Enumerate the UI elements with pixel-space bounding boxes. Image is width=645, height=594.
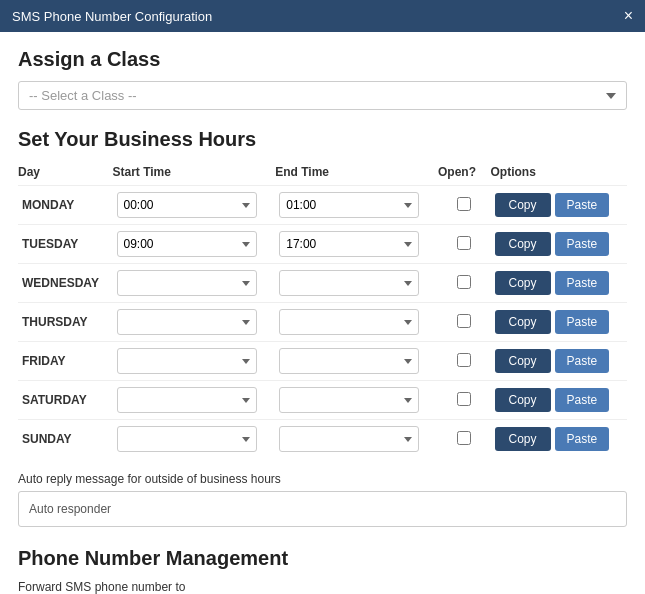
copy-button[interactable]: Copy [495, 310, 551, 334]
start-time-select[interactable]: 00:0001:0002:0003:0004:0005:0006:0007:00… [117, 387, 257, 413]
start-time-cell: 00:0001:0002:0003:0004:0005:0006:0007:00… [113, 225, 276, 264]
dialog-title: SMS Phone Number Configuration [12, 9, 212, 24]
copy-button[interactable]: Copy [495, 388, 551, 412]
open-checkbox[interactable] [457, 236, 471, 250]
day-cell: SATURDAY [18, 381, 113, 420]
end-time-cell: 00:0001:0002:0003:0004:0005:0006:0007:00… [275, 225, 438, 264]
start-time-select[interactable]: 00:0001:0002:0003:0004:0005:0006:0007:00… [117, 348, 257, 374]
end-time-select[interactable]: 00:0001:0002:0003:0004:0005:0006:0007:00… [279, 270, 419, 296]
end-time-select[interactable]: 00:0001:0002:0003:0004:0005:0006:0007:00… [279, 192, 419, 218]
start-time-cell: 00:0001:0002:0003:0004:0005:0006:0007:00… [113, 381, 276, 420]
assign-class-heading: Assign a Class [18, 48, 627, 71]
start-time-select[interactable]: 00:0001:0002:0003:0004:0005:0006:0007:00… [117, 192, 257, 218]
options-cell: CopyPaste [491, 303, 628, 342]
assign-class-section: Assign a Class -- Select a Class -- [18, 48, 627, 110]
open-check-cell [438, 342, 491, 381]
copy-paste-group: CopyPaste [495, 271, 624, 295]
auto-reply-section: Auto reply message for outside of busine… [18, 472, 627, 527]
table-row: MONDAY00:0001:0002:0003:0004:0005:0006:0… [18, 186, 627, 225]
copy-button[interactable]: Copy [495, 232, 551, 256]
open-checkbox[interactable] [457, 197, 471, 211]
end-time-cell: 00:0001:0002:0003:0004:0005:0006:0007:00… [275, 186, 438, 225]
end-time-cell: 00:0001:0002:0003:0004:0005:0006:0007:00… [275, 342, 438, 381]
start-time-cell: 00:0001:0002:0003:0004:0005:0006:0007:00… [113, 264, 276, 303]
open-checkbox[interactable] [457, 431, 471, 445]
options-cell: CopyPaste [491, 342, 628, 381]
end-time-cell: 00:0001:0002:0003:0004:0005:0006:0007:00… [275, 420, 438, 459]
table-row: TUESDAY00:0001:0002:0003:0004:0005:0006:… [18, 225, 627, 264]
end-time-select[interactable]: 00:0001:0002:0003:0004:0005:0006:0007:00… [279, 387, 419, 413]
open-checkbox[interactable] [457, 314, 471, 328]
phone-mgmt-heading: Phone Number Management [18, 547, 627, 570]
options-cell: CopyPaste [491, 186, 628, 225]
options-cell: CopyPaste [491, 264, 628, 303]
title-bar: SMS Phone Number Configuration × [0, 0, 645, 32]
open-check-cell [438, 420, 491, 459]
copy-paste-group: CopyPaste [495, 310, 624, 334]
open-checkbox[interactable] [457, 353, 471, 367]
business-hours-table: Day Start Time End Time Open? Options MO… [18, 161, 627, 458]
copy-button[interactable]: Copy [495, 349, 551, 373]
day-cell: MONDAY [18, 186, 113, 225]
paste-button[interactable]: Paste [555, 388, 610, 412]
start-time-select[interactable]: 00:0001:0002:0003:0004:0005:0006:0007:00… [117, 426, 257, 452]
start-time-select[interactable]: 00:0001:0002:0003:0004:0005:0006:0007:00… [117, 309, 257, 335]
start-time-cell: 00:0001:0002:0003:0004:0005:0006:0007:00… [113, 186, 276, 225]
options-cell: CopyPaste [491, 420, 628, 459]
copy-paste-group: CopyPaste [495, 232, 624, 256]
col-day: Day [18, 161, 113, 186]
copy-paste-group: CopyPaste [495, 427, 624, 451]
copy-paste-group: CopyPaste [495, 349, 624, 373]
col-options: Options [491, 161, 628, 186]
end-time-select[interactable]: 00:0001:0002:0003:0004:0005:0006:0007:00… [279, 348, 419, 374]
copy-button[interactable]: Copy [495, 193, 551, 217]
day-cell: FRIDAY [18, 342, 113, 381]
open-check-cell [438, 186, 491, 225]
copy-paste-group: CopyPaste [495, 193, 624, 217]
start-time-select[interactable]: 00:0001:0002:0003:0004:0005:0006:0007:00… [117, 270, 257, 296]
copy-button[interactable]: Copy [495, 271, 551, 295]
start-time-cell: 00:0001:0002:0003:0004:0005:0006:0007:00… [113, 420, 276, 459]
end-time-cell: 00:0001:0002:0003:0004:0005:0006:0007:00… [275, 381, 438, 420]
paste-button[interactable]: Paste [555, 271, 610, 295]
open-checkbox[interactable] [457, 275, 471, 289]
paste-button[interactable]: Paste [555, 232, 610, 256]
end-time-cell: 00:0001:0002:0003:0004:0005:0006:0007:00… [275, 264, 438, 303]
open-check-cell [438, 264, 491, 303]
forward-label: Forward SMS phone number to [18, 580, 627, 594]
end-time-select[interactable]: 00:0001:0002:0003:0004:0005:0006:0007:00… [279, 426, 419, 452]
day-cell: SUNDAY [18, 420, 113, 459]
col-start-time: Start Time [113, 161, 276, 186]
paste-button[interactable]: Paste [555, 349, 610, 373]
phone-mgmt-section: Phone Number Management Forward SMS phon… [18, 547, 627, 594]
day-cell: THURSDAY [18, 303, 113, 342]
business-hours-section: Set Your Business Hours Day Start Time E… [18, 128, 627, 458]
day-cell: WEDNESDAY [18, 264, 113, 303]
paste-button[interactable]: Paste [555, 310, 610, 334]
dialog-content: Assign a Class -- Select a Class -- Set … [0, 32, 645, 594]
paste-button[interactable]: Paste [555, 193, 610, 217]
table-row: SUNDAY00:0001:0002:0003:0004:0005:0006:0… [18, 420, 627, 459]
start-time-cell: 00:0001:0002:0003:0004:0005:0006:0007:00… [113, 342, 276, 381]
open-check-cell [438, 381, 491, 420]
table-row: SATURDAY00:0001:0002:0003:0004:0005:0006… [18, 381, 627, 420]
open-check-cell [438, 225, 491, 264]
copy-button[interactable]: Copy [495, 427, 551, 451]
close-button[interactable]: × [624, 8, 633, 24]
day-cell: TUESDAY [18, 225, 113, 264]
business-hours-heading: Set Your Business Hours [18, 128, 627, 151]
end-time-select[interactable]: 00:0001:0002:0003:0004:0005:0006:0007:00… [279, 231, 419, 257]
end-time-select[interactable]: 00:0001:0002:0003:0004:0005:0006:0007:00… [279, 309, 419, 335]
open-checkbox[interactable] [457, 392, 471, 406]
paste-button[interactable]: Paste [555, 427, 610, 451]
class-select[interactable]: -- Select a Class -- [18, 81, 627, 110]
open-check-cell [438, 303, 491, 342]
col-end-time: End Time [275, 161, 438, 186]
table-row: THURSDAY00:0001:0002:0003:0004:0005:0006… [18, 303, 627, 342]
col-open: Open? [438, 161, 491, 186]
start-time-select[interactable]: 00:0001:0002:0003:0004:0005:0006:0007:00… [117, 231, 257, 257]
auto-reply-label: Auto reply message for outside of busine… [18, 472, 627, 486]
auto-reply-input[interactable] [18, 491, 627, 527]
table-row: WEDNESDAY00:0001:0002:0003:0004:0005:000… [18, 264, 627, 303]
end-time-cell: 00:0001:0002:0003:0004:0005:0006:0007:00… [275, 303, 438, 342]
